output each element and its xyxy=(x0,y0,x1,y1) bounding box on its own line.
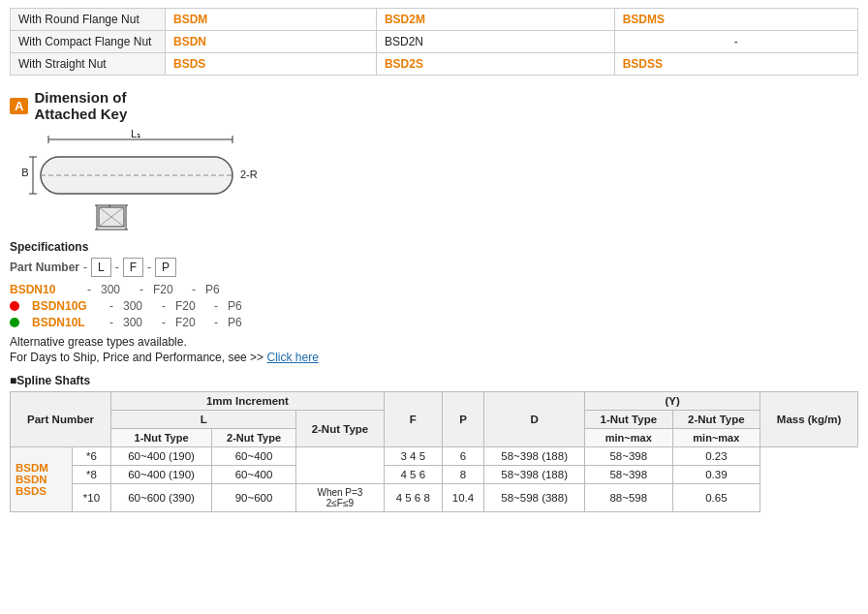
part-number-header: Part Number xyxy=(11,392,111,447)
bsd2m-link[interactable]: BSD2M xyxy=(385,13,425,26)
mass-1: 0.23 xyxy=(672,447,760,466)
f-header: F xyxy=(384,392,442,447)
spec-row-2: BSDN10G - 300 - F20 - P6 xyxy=(10,299,858,313)
y-one-2: 58~398 (188) xyxy=(484,466,585,484)
spec-row-1: BSDN10 - 300 - F20 - P6 xyxy=(10,283,858,296)
bsdn-link[interactable]: BSDN xyxy=(173,35,206,48)
bsdm-link[interactable]: BSDM xyxy=(173,13,207,26)
spec-part-name-1: BSDN10 xyxy=(10,283,78,296)
col1-cell: BSDS xyxy=(166,53,377,76)
dash-sep-3: - xyxy=(147,261,151,274)
spec-p-2: P6 xyxy=(228,299,257,313)
spline-data-row-3: *10 60~600 (390) 90~600 When P=32≤F≤9 4 … xyxy=(11,484,858,512)
dash-sep-1: - xyxy=(83,261,87,274)
spec-p-3: P6 xyxy=(228,316,257,329)
p-val-1: 3 4 5 xyxy=(384,447,442,466)
spec-part-name-3: BSDN10L xyxy=(32,316,100,329)
part-number-row: Part Number - L - F - P xyxy=(10,258,858,277)
two-nut-l-header: 2-Nut Type xyxy=(211,429,295,447)
f-empty-1 xyxy=(296,447,385,484)
y-one-1: 58~398 (188) xyxy=(484,447,585,466)
col3-dash: - xyxy=(614,31,857,53)
l-box: L xyxy=(91,258,111,277)
no-cell-3: *10 xyxy=(72,484,110,512)
f-box: F xyxy=(123,258,143,277)
table-row: With Round Flange Nut BSDM BSD2M BSDMS xyxy=(11,9,858,31)
spline-table: Part Number 1mm Increment F P D (Y) Mass… xyxy=(10,391,858,512)
min-max-one: min~max xyxy=(585,429,673,447)
row-label: With Round Flange Nut xyxy=(11,9,166,31)
click-here-link[interactable]: Click here xyxy=(266,351,318,364)
alt-grease-text: Alternative grease types available. xyxy=(10,335,858,349)
l-sub-header: L xyxy=(111,411,296,429)
no-cell-1: *6 xyxy=(72,447,110,466)
y-two-1: 58~398 xyxy=(585,447,673,466)
mass-3: 0.65 xyxy=(672,484,760,512)
days-ship-label: For Days to Ship, Price and Performance,… xyxy=(10,351,264,364)
one-nut-y-header: 1-Nut Type xyxy=(585,411,673,429)
spec-f-1: F20 xyxy=(153,283,182,296)
spline-title: ■Spline Shafts xyxy=(10,374,858,387)
l-two-cell-2: 60~400 xyxy=(211,466,295,484)
p-box: P xyxy=(155,258,176,277)
section-a-box: A xyxy=(10,98,28,114)
when-p-cell: When P=32≤F≤9 xyxy=(296,484,385,512)
page-wrapper: With Round Flange Nut BSDM BSD2M BSDMS W… xyxy=(0,0,868,520)
mass-2: 0.39 xyxy=(672,466,760,484)
l-two-cell-1: 60~400 xyxy=(211,447,295,466)
spec-f-3: F20 xyxy=(175,316,204,329)
spec-f-2: F20 xyxy=(175,299,204,313)
row-label: With Compact Flange Nut xyxy=(11,31,166,53)
svg-text:B: B xyxy=(21,167,28,178)
svg-text:2-R: 2-R xyxy=(240,169,258,180)
spec-part-name-2: BSDN10G xyxy=(32,299,100,313)
type-cell: BSDMBSDNBSDS xyxy=(11,447,73,512)
d-val-2: 8 xyxy=(442,466,483,484)
p-val-2: 4 5 6 xyxy=(384,466,442,484)
bsdss-link[interactable]: BSDSS xyxy=(623,57,663,71)
row-label: With Straight Nut xyxy=(11,53,166,76)
two-nut-y-header: 2-Nut Type xyxy=(672,411,760,429)
spec-row-3: BSDN10L - 300 - F20 - P6 xyxy=(10,316,858,329)
top-table: With Round Flange Nut BSDM BSD2M BSDMS W… xyxy=(10,8,858,76)
bsds-link[interactable]: BSDS xyxy=(173,57,205,71)
green-dot xyxy=(10,318,19,327)
p-val-3: 4 5 6 8 xyxy=(384,484,442,512)
y-two-3: 88~598 xyxy=(585,484,673,512)
d-val-1: 6 xyxy=(442,447,483,466)
spline-data-row-1: BSDMBSDNBSDS *6 60~400 (190) 60~400 3 4 … xyxy=(11,447,858,466)
mass-header: Mass (kg/m) xyxy=(760,392,858,447)
col1-cell: BSDN xyxy=(166,31,377,53)
table-row: With Straight Nut BSDS BSD2S BSDSS xyxy=(11,53,858,76)
bsdms-link[interactable]: BSDMS xyxy=(623,13,665,26)
y-group-header: (Y) xyxy=(585,392,760,411)
specs-title: Specifications xyxy=(10,240,858,254)
section-a-header: A Dimension ofAttached Key xyxy=(10,89,858,122)
col2-cell: BSD2N xyxy=(376,31,614,53)
col3-cell: BSDMS xyxy=(614,9,857,31)
d-val-3: 10.4 xyxy=(442,484,483,512)
spline-header-row-1: Part Number 1mm Increment F P D (Y) Mass… xyxy=(11,392,858,411)
col1-cell: BSDM xyxy=(166,9,377,31)
spec-l-1: 300 xyxy=(101,283,130,296)
d-header: D xyxy=(484,392,585,447)
no-cell-2: *8 xyxy=(72,466,110,484)
spec-p-1: P6 xyxy=(205,283,234,296)
l-one-cell-3: 60~600 (390) xyxy=(111,484,212,512)
col3-cell: BSDSS xyxy=(614,53,857,76)
min-max-two: min~max xyxy=(672,429,760,447)
two-nut-sub-header: 2-Nut Type xyxy=(296,411,385,447)
l-two-cell-3: 90~600 xyxy=(211,484,295,512)
col2-cell: BSD2M xyxy=(376,9,614,31)
spec-l-2: 300 xyxy=(123,299,152,313)
red-dot xyxy=(10,301,19,311)
spec-l-3: 300 xyxy=(123,316,152,329)
p-header: P xyxy=(442,392,483,447)
one-nut-l-header: 1-Nut Type xyxy=(111,429,212,447)
svg-text:L₁: L₁ xyxy=(131,128,140,139)
l-one-cell-2: 60~400 (190) xyxy=(111,466,212,484)
dash-sep-2: - xyxy=(115,261,119,274)
l-one-cell-1: 60~400 (190) xyxy=(111,447,212,466)
bsd2s-link[interactable]: BSD2S xyxy=(385,57,423,71)
col2-cell: BSD2S xyxy=(376,53,614,76)
